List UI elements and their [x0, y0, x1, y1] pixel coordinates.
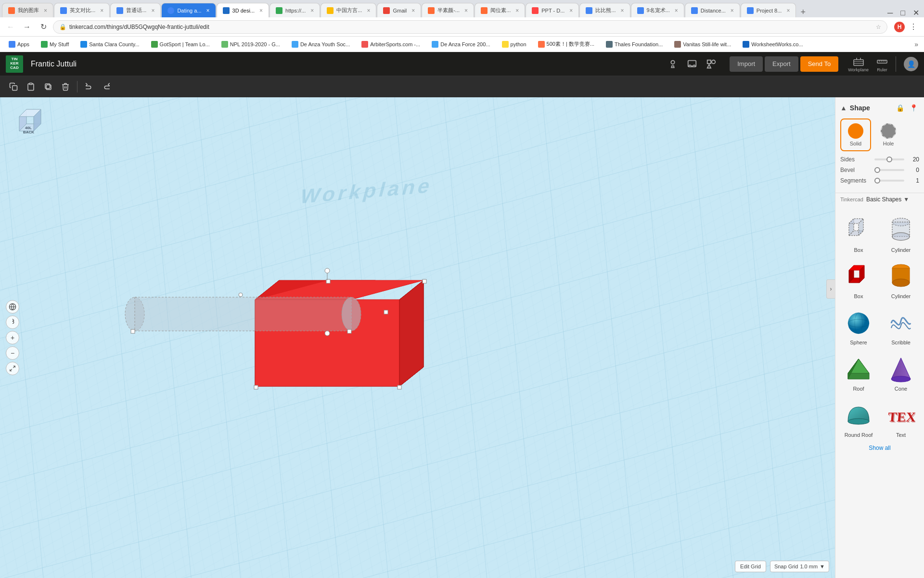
shape-item-cylinder-solid[interactable]: Cylinder	[882, 260, 920, 302]
bookmark-npl[interactable]: NPL 2019-2020 - G...	[218, 40, 283, 49]
bookmark-worksheet[interactable]: WorksheetWorks.co...	[740, 40, 806, 49]
bevel-slider[interactable]	[874, 169, 904, 171]
new-tab-button[interactable]: +	[796, 7, 809, 17]
tab-5[interactable]: https://... ×	[270, 3, 320, 17]
zoom-in-button[interactable]: +	[6, 331, 19, 344]
light-bulb-button[interactable]	[664, 55, 681, 73]
extensions-button[interactable]: ⋮	[907, 20, 920, 34]
bookmark-star-icon[interactable]: ☆	[876, 24, 881, 30]
tab-close-5[interactable]: ×	[310, 7, 314, 14]
tab-close-0[interactable]: ×	[44, 7, 47, 14]
tab-close-14[interactable]: ×	[786, 7, 790, 14]
maximize-button[interactable]: □	[898, 9, 908, 17]
viewport[interactable]: Workplane	[0, 97, 835, 578]
tab-0[interactable]: 我的图库 ×	[2, 3, 53, 17]
tab-close-13[interactable]: ×	[731, 7, 734, 14]
bookmark-vanitas[interactable]: Vanitas Still-life wit...	[671, 40, 734, 49]
tab-9[interactable]: 闻位素... ×	[475, 3, 525, 17]
copy-button[interactable]	[6, 79, 21, 94]
bookmark-deanza-force[interactable]: De Anza Force 200...	[429, 40, 493, 49]
lock-icon-button[interactable]: 🔒	[894, 102, 906, 114]
bookmark-deanza-youth[interactable]: De Anza Youth Soc...	[289, 40, 353, 49]
tab-3[interactable]: Dating a... ×	[161, 3, 216, 17]
import-button[interactable]: Import	[730, 56, 763, 72]
tinkercad-logo[interactable]: TINKERCAD	[6, 55, 23, 73]
tab-close-1[interactable]: ×	[100, 7, 103, 14]
tab-close-4[interactable]: ×	[259, 7, 263, 14]
paste-button[interactable]	[23, 79, 38, 94]
user-avatar[interactable]: 👤	[904, 57, 918, 71]
forward-button[interactable]: →	[20, 20, 34, 34]
bookmark-python[interactable]: python	[499, 40, 529, 49]
ruler-button[interactable]: Ruler	[876, 56, 888, 72]
tab-6[interactable]: 中国方言... ×	[321, 3, 376, 17]
library-dropdown-arrow[interactable]: ▼	[903, 196, 909, 203]
tab-13[interactable]: Distance... ×	[685, 3, 740, 17]
expand-panel-button[interactable]: ›	[826, 279, 835, 299]
shape-item-sphere[interactable]: Sphere	[839, 306, 878, 348]
sides-slider[interactable]	[874, 158, 904, 160]
tab-7[interactable]: Gmail ×	[377, 3, 421, 17]
redo-button[interactable]	[99, 79, 114, 94]
bookmark-500[interactable]: 500素！| 数学竞赛...	[535, 39, 597, 49]
tab-14[interactable]: Project 8... ×	[741, 3, 796, 17]
bookmark-apps[interactable]: Apps	[6, 40, 32, 49]
tab-2[interactable]: 普通话... ×	[110, 3, 161, 17]
tab-10[interactable]: PPT - D... ×	[526, 3, 579, 17]
tab-4[interactable]: 3D desi... ×	[217, 3, 269, 17]
export-button[interactable]: Export	[765, 56, 798, 72]
shape-item-round-roof[interactable]: Round Roof	[839, 398, 878, 441]
address-bar[interactable]: 🔒 tinkercad.com/things/dUB5GQwgqNe-frant…	[53, 20, 887, 34]
account-icon[interactable]: H	[894, 22, 905, 32]
hole-button[interactable]: Hole	[873, 118, 904, 151]
minimize-button[interactable]: ─	[885, 9, 896, 17]
tab-8[interactable]: 半素颜-... ×	[422, 3, 474, 17]
solid-button[interactable]: Solid	[840, 118, 871, 151]
zoom-fit-button[interactable]	[6, 362, 19, 375]
orbit-button[interactable]	[6, 300, 19, 314]
bookmark-thales[interactable]: Thales Foundation...	[603, 40, 666, 49]
duplicate-button[interactable]	[40, 79, 56, 94]
back-button[interactable]: ←	[4, 20, 17, 34]
segments-slider[interactable]	[874, 180, 904, 182]
comment-button[interactable]	[683, 55, 701, 73]
location-icon-button[interactable]: 📍	[908, 102, 919, 114]
shape-panel-collapse[interactable]: ▲	[840, 104, 847, 112]
tab-1[interactable]: 英文对比... ×	[54, 3, 110, 17]
shapes-button[interactable]	[703, 55, 720, 73]
home-cube[interactable]: 40L BACK	[10, 107, 48, 145]
close-browser-button[interactable]: ✕	[910, 8, 922, 17]
shape-item-cone[interactable]: Cone	[882, 352, 920, 394]
snap-grid-control[interactable]: Snap Grid 1.0 mm ▼	[770, 561, 829, 572]
tab-close-7[interactable]: ×	[411, 7, 415, 14]
bookmark-arbiter[interactable]: ArbiterSports.com -...	[359, 40, 423, 49]
more-bookmarks-button[interactable]: »	[914, 40, 918, 48]
shape-item-text-3d[interactable]: TEXT TEXT Text	[882, 398, 920, 441]
shape-item-box-solid[interactable]: Box	[839, 260, 878, 302]
refresh-button[interactable]: ↻	[37, 20, 50, 34]
tab-close-8[interactable]: ×	[464, 7, 468, 14]
tab-close-3[interactable]: ×	[206, 7, 210, 14]
tab-close-10[interactable]: ×	[569, 7, 573, 14]
cylinder-object[interactable]	[125, 293, 388, 333]
zoom-out-button[interactable]: −	[6, 346, 19, 360]
tab-close-11[interactable]: ×	[621, 7, 624, 14]
show-all-button[interactable]: Show all	[839, 441, 920, 455]
send-to-button[interactable]: Send To	[800, 56, 838, 72]
shape-item-roof[interactable]: Roof	[839, 352, 878, 394]
workplane-button[interactable]: Workplane	[848, 56, 869, 72]
tab-12[interactable]: 9名宠术... ×	[631, 3, 684, 17]
shape-item-scribble[interactable]: Scribble	[882, 306, 920, 348]
edit-grid-button[interactable]: Edit Grid	[735, 561, 766, 572]
tab-11[interactable]: 比比熊... ×	[579, 3, 630, 17]
bookmark-my-stuff[interactable]: My Stuff	[38, 40, 72, 49]
tab-close-6[interactable]: ×	[367, 7, 370, 14]
tab-close-12[interactable]: ×	[675, 7, 678, 14]
undo-button[interactable]	[81, 79, 97, 94]
tab-close-2[interactable]: ×	[151, 7, 154, 14]
shape-item-box-outline[interactable]: Box	[839, 213, 878, 256]
bookmark-gotsport[interactable]: GotSport | Team Lo...	[148, 40, 213, 49]
shape-item-cylinder-outline[interactable]: Cylinder	[882, 213, 920, 256]
delete-button[interactable]	[58, 79, 73, 94]
rotate-cw-button[interactable]	[6, 315, 19, 329]
